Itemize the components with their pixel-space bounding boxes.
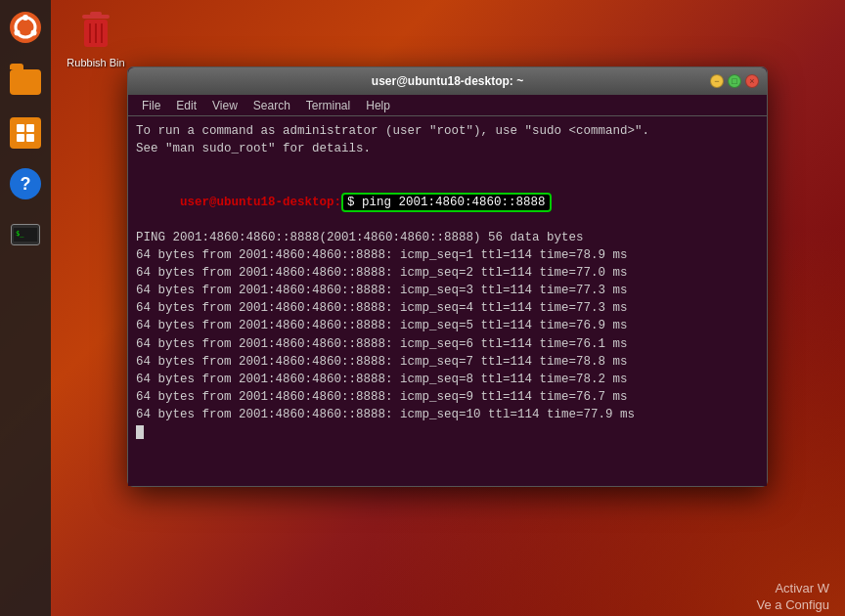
ping-header: PING 2001:4860:4860::8888(2001:4860:4860… bbox=[136, 229, 759, 246]
menu-search[interactable]: Search bbox=[245, 95, 298, 116]
ping-line-8: 64 bytes from 2001:4860:4860::8888: icmp… bbox=[136, 371, 759, 388]
sidebar: ? $_ bbox=[0, 0, 51, 616]
menu-terminal[interactable]: Terminal bbox=[298, 95, 358, 116]
ping-line-2: 64 bytes from 2001:4860:4860::8888: icmp… bbox=[136, 264, 759, 282]
blank-line-1 bbox=[136, 157, 759, 175]
svg-point-3 bbox=[15, 30, 21, 36]
ubuntu-logo-icon bbox=[8, 10, 43, 45]
sidebar-item-terminal[interactable]: $_ bbox=[4, 213, 47, 256]
ping-line-1: 64 bytes from 2001:4860:4860::8888: icmp… bbox=[136, 246, 759, 264]
terminal-titlebar: user@ubuntu18-desktop: ~ − □ × bbox=[128, 67, 767, 95]
user-prompt: user@ubuntu18-desktop: bbox=[180, 196, 341, 209]
ping-line-10: 64 bytes from 2001:4860:4860::8888: icmp… bbox=[136, 406, 759, 423]
command-line: user@ubuntu18-desktop:$ ping 2001:4860:4… bbox=[136, 175, 759, 228]
cursor-line bbox=[136, 423, 759, 441]
terminal-screen: $_ bbox=[14, 228, 37, 242]
sidebar-item-home[interactable] bbox=[4, 6, 47, 49]
svg-rect-6 bbox=[26, 124, 34, 132]
svg-point-2 bbox=[22, 15, 28, 21]
help-icon: ? bbox=[10, 168, 41, 199]
terminal-icon: $_ bbox=[11, 224, 40, 245]
titlebar-buttons: − □ × bbox=[710, 74, 759, 88]
apps-grid-icon bbox=[15, 122, 36, 144]
svg-rect-8 bbox=[26, 134, 34, 142]
activation-line-1: Activar W bbox=[757, 581, 829, 597]
sudo-notice-1: To run a command as administrator (user … bbox=[136, 122, 759, 140]
ping-line-5: 64 bytes from 2001:4860:4860::8888: icmp… bbox=[136, 317, 759, 334]
rubbish-bin-label: Rubbish Bin bbox=[67, 57, 124, 68]
sudo-notice-2: See "man sudo_root" for details. bbox=[136, 140, 759, 157]
terminal-menubar: File Edit View Search Terminal Help bbox=[128, 95, 767, 116]
menu-view[interactable]: View bbox=[204, 95, 245, 116]
menu-help[interactable]: Help bbox=[358, 95, 398, 116]
menu-file[interactable]: File bbox=[134, 95, 168, 116]
maximize-button[interactable]: □ bbox=[728, 74, 741, 88]
rubbish-bin-icon bbox=[72, 8, 119, 55]
ping-command: $ ping 2001:4860:4860::8888 bbox=[341, 193, 552, 212]
minimize-button[interactable]: − bbox=[710, 74, 724, 88]
svg-rect-7 bbox=[17, 134, 24, 142]
trash-svg bbox=[76, 10, 115, 53]
svg-rect-5 bbox=[17, 124, 24, 132]
svg-point-4 bbox=[31, 30, 37, 36]
activation-line-2: Ve a Configu bbox=[757, 597, 829, 614]
bottom-bar: Activar W Ve a Configu bbox=[0, 579, 845, 616]
apps-icon bbox=[10, 117, 41, 149]
rubbish-bin-desktop-icon[interactable]: Rubbish Bin bbox=[57, 8, 135, 68]
menu-edit[interactable]: Edit bbox=[168, 95, 204, 116]
terminal-title: user@ubuntu18-desktop: ~ bbox=[372, 74, 523, 88]
close-button[interactable]: × bbox=[745, 74, 759, 88]
svg-rect-10 bbox=[90, 12, 102, 16]
ping-line-3: 64 bytes from 2001:4860:4860::8888: icmp… bbox=[136, 282, 759, 299]
activation-text: Activar W Ve a Configu bbox=[757, 581, 829, 614]
terminal-output[interactable]: To run a command as administrator (user … bbox=[128, 116, 767, 486]
ping-line-7: 64 bytes from 2001:4860:4860::8888: icmp… bbox=[136, 353, 759, 371]
ping-line-4: 64 bytes from 2001:4860:4860::8888: icmp… bbox=[136, 299, 759, 317]
ping-line-6: 64 bytes from 2001:4860:4860::8888: icmp… bbox=[136, 335, 759, 353]
sidebar-item-apps[interactable] bbox=[4, 111, 47, 154]
terminal-cursor bbox=[136, 425, 144, 439]
sidebar-item-files[interactable] bbox=[4, 61, 47, 104]
ping-line-9: 64 bytes from 2001:4860:4860::8888: icmp… bbox=[136, 388, 759, 406]
sidebar-item-help[interactable]: ? bbox=[4, 162, 47, 205]
terminal-window: user@ubuntu18-desktop: ~ − □ × File Edit… bbox=[127, 66, 768, 487]
folder-icon bbox=[10, 69, 41, 95]
